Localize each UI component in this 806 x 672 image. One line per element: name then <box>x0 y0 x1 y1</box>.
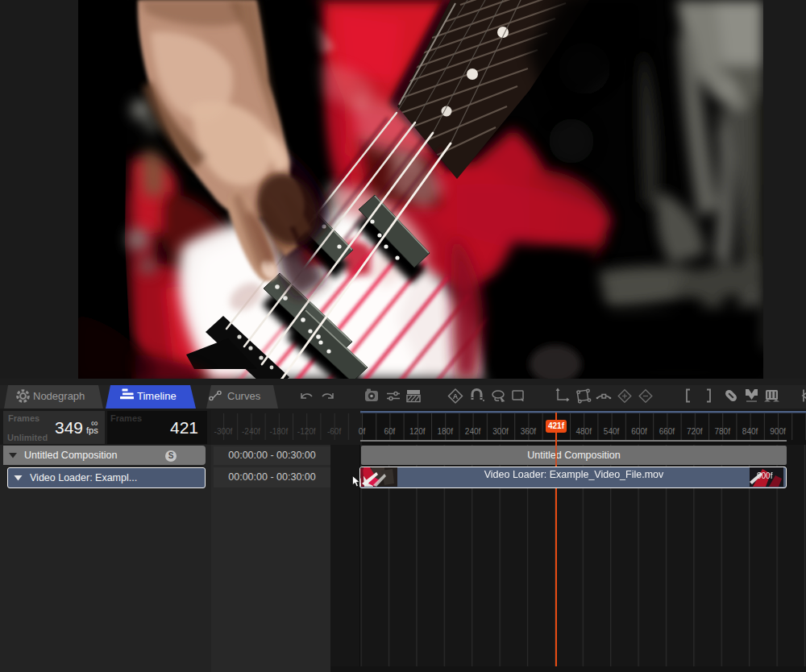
svg-text:720f: 720f <box>687 427 703 436</box>
svg-text:540f: 540f <box>604 427 620 436</box>
svg-text:180f: 180f <box>437 427 453 436</box>
svg-text:60f: 60f <box>384 427 395 436</box>
svg-text:0f: 0f <box>359 427 366 436</box>
svg-text:-240f: -240f <box>242 427 260 436</box>
svg-text:240f: 240f <box>465 427 481 436</box>
svg-text:300f: 300f <box>492 427 509 436</box>
svg-text:480f: 480f <box>575 427 592 436</box>
svg-text:-300f: -300f <box>214 427 233 436</box>
svg-text:780f: 780f <box>714 427 730 436</box>
svg-text:-180f: -180f <box>269 427 288 436</box>
svg-text:-60f: -60f <box>327 427 341 436</box>
svg-text:660f: 660f <box>659 427 675 436</box>
svg-text:840f: 840f <box>742 427 758 436</box>
svg-text:900f: 900f <box>770 427 786 436</box>
svg-text:360f: 360f <box>521 427 537 436</box>
svg-text:-120f: -120f <box>297 427 316 436</box>
svg-text:Timeline: Timeline <box>137 390 177 402</box>
svg-text:Curves: Curves <box>227 390 261 402</box>
svg-text:120f: 120f <box>409 427 426 436</box>
svg-text:A: A <box>453 392 459 400</box>
svg-text:Nodegraph: Nodegraph <box>33 390 85 402</box>
svg-text:600f: 600f <box>631 427 647 436</box>
